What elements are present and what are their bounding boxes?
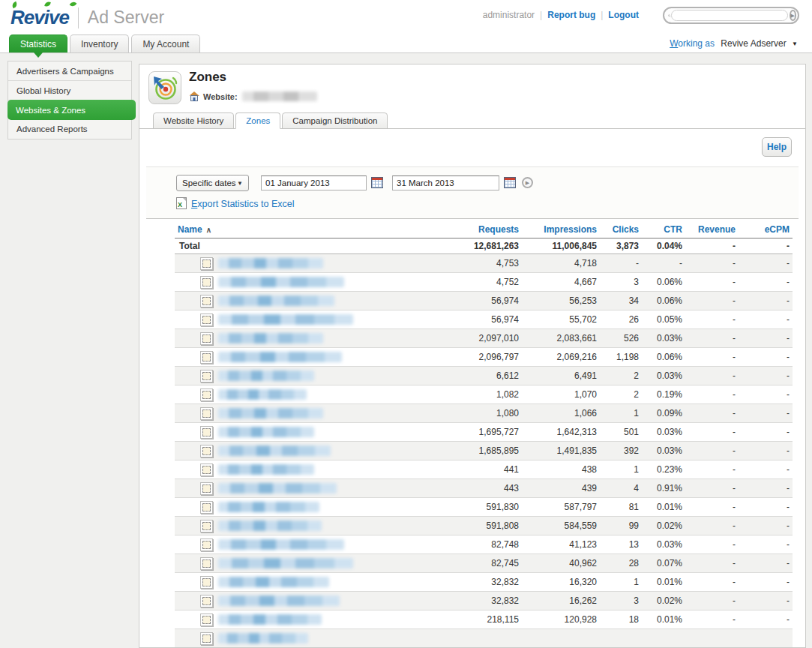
cell-ctr: -: [642, 254, 685, 273]
cell-clicks: -: [600, 254, 642, 273]
cell-impressions: [522, 629, 600, 648]
cell-impressions: 584,559: [522, 517, 600, 536]
date-to-input[interactable]: [392, 176, 499, 190]
calendar-icon[interactable]: [504, 177, 516, 188]
zone-name-redacted[interactable]: [218, 408, 323, 418]
sidebar-item-websites-zones[interactable]: Websites & Zones: [7, 100, 136, 120]
zone-name-redacted[interactable]: [218, 446, 331, 456]
cell-ctr: 0.06%: [642, 273, 685, 292]
cell-revenue: -: [685, 348, 739, 367]
page-tab-website-history[interactable]: Website History: [153, 112, 234, 129]
cell-impressions: 16,262: [522, 592, 600, 610]
zone-name-redacted[interactable]: [218, 633, 308, 644]
working-as-link[interactable]: Working as: [670, 38, 715, 49]
cell-ctr: 0.01%: [642, 498, 685, 517]
search-go-icon[interactable]: ▶: [790, 10, 796, 21]
zone-name-cell: [175, 573, 400, 592]
cell-impressions: 1,070: [522, 386, 600, 404]
table-row: 44343940.91%--: [175, 479, 793, 498]
zone-icon: [200, 314, 213, 326]
column-header-ecpm[interactable]: eCPM: [739, 222, 793, 238]
cell-clicks: 81: [600, 498, 642, 517]
sidebar-item-advertisers-campaigns[interactable]: Advertisers & Campaigns: [8, 62, 131, 81]
zone-icon: [200, 464, 213, 476]
cell-impressions: 40,962: [522, 554, 600, 573]
cell-revenue: -: [685, 273, 739, 292]
zone-name-redacted[interactable]: [218, 558, 353, 568]
sidebar-item-advanced-reports[interactable]: Advanced Reports: [8, 119, 131, 139]
zone-name-redacted[interactable]: [218, 520, 322, 531]
zone-name-redacted[interactable]: [218, 389, 307, 400]
cell-ecpm: -: [739, 404, 793, 423]
cell-ecpm: -: [739, 423, 793, 442]
zone-icon: [200, 538, 213, 551]
zone-name-redacted[interactable]: [218, 314, 353, 325]
zone-name-redacted[interactable]: [218, 539, 344, 550]
cell-ecpm: -: [739, 329, 793, 348]
zone-name-redacted[interactable]: [218, 352, 342, 362]
zone-name-redacted[interactable]: [218, 333, 323, 344]
page-tab-campaign-distribution[interactable]: Campaign Distribution: [282, 112, 388, 129]
column-header-requests[interactable]: Requests: [400, 222, 522, 238]
cell-ecpm: -: [739, 442, 793, 460]
column-header-revenue[interactable]: Revenue: [685, 222, 739, 238]
zone-name-cell: [175, 517, 400, 536]
cell-revenue: -: [685, 573, 739, 592]
zone-name-redacted[interactable]: [218, 483, 337, 494]
export-statistics-link[interactable]: Export Statistics to Excel: [191, 199, 295, 209]
export-row: Export Statistics to Excel: [176, 197, 295, 209]
cell-revenue: -: [685, 536, 739, 554]
zone-name-redacted[interactable]: [218, 296, 334, 306]
cell-requests: 1,080: [400, 404, 522, 423]
table-row: 1,0801,06610.09%--: [175, 404, 793, 423]
nav-tab-inventory[interactable]: Inventory: [70, 34, 129, 52]
cell-ctr: 0.03%: [642, 536, 685, 554]
table-row: 2,097,0102,083,6615260.03%--: [175, 329, 793, 348]
zone-name-redacted[interactable]: [218, 258, 323, 268]
help-button[interactable]: Help: [762, 137, 792, 157]
column-header-name[interactable]: Name∧: [175, 222, 400, 238]
zone-name-redacted[interactable]: [218, 427, 314, 437]
table-row: 4,7524,66730.06%--: [175, 273, 793, 292]
cell-revenue: -: [685, 592, 739, 610]
logo-text: Revive: [10, 6, 69, 29]
zone-name-cell: [175, 479, 400, 498]
zone-name-redacted[interactable]: [218, 464, 314, 475]
cell-clicks: 1,198: [600, 348, 642, 367]
calendar-icon[interactable]: [371, 177, 383, 188]
report-bug-link[interactable]: Report bug: [547, 10, 595, 20]
sidebar-item-global-history[interactable]: Global History: [8, 81, 131, 100]
cell-ctr: 0.02%: [642, 517, 685, 536]
zone-name-redacted[interactable]: [218, 614, 322, 625]
zones-page-icon: [148, 71, 181, 104]
cell-ecpm: -: [739, 460, 793, 479]
search-input[interactable]: [672, 10, 787, 20]
zone-icon: [200, 501, 213, 514]
table-row: 6,6126,49120.03%--: [175, 367, 793, 386]
nav-tab-my-account[interactable]: My Account: [131, 34, 200, 52]
table-row: 82,74841,123130.03%--: [175, 536, 793, 554]
zone-name-redacted[interactable]: [218, 577, 329, 587]
logout-link[interactable]: Logout: [608, 10, 639, 20]
total-clicks: 3,873: [600, 238, 642, 254]
zone-name-redacted[interactable]: [218, 596, 340, 606]
zone-name-redacted[interactable]: [218, 277, 344, 287]
cell-ctr: 0.05%: [642, 310, 685, 329]
date-from-input[interactable]: [261, 176, 367, 190]
nav-tab-statistics[interactable]: Statistics: [9, 34, 67, 52]
working-as-value[interactable]: Revive Adserver: [721, 38, 786, 49]
search-input-wrap: [671, 10, 788, 21]
date-preset-dropdown[interactable]: Specific dates ▼: [176, 175, 249, 191]
apply-dates-icon[interactable]: ▶: [522, 177, 533, 188]
house-icon: [189, 92, 199, 101]
cell-clicks: 1: [600, 573, 642, 592]
zone-name-redacted[interactable]: [218, 502, 319, 512]
zone-name-redacted[interactable]: [218, 370, 314, 381]
column-header-clicks[interactable]: Clicks: [600, 222, 642, 238]
chevron-down-icon[interactable]: ▼: [792, 40, 798, 47]
column-header-ctr[interactable]: CTR: [642, 222, 685, 238]
page-tab-zones[interactable]: Zones: [235, 112, 280, 129]
column-header-impressions[interactable]: Impressions: [522, 222, 600, 238]
website-label: Website:: [203, 92, 238, 101]
cell-ctr: 0.02%: [642, 592, 685, 610]
